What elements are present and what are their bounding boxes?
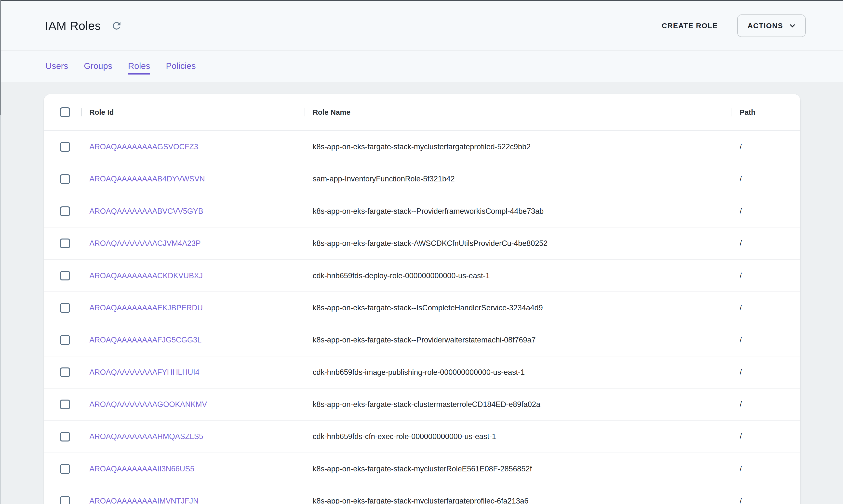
role-name-text: k8s-app-on-eks-fargate-stack--Providerwa… (313, 336, 536, 344)
role-path-text: / (740, 142, 742, 151)
role-id-link[interactable]: AROAQAAAAAAAACKDKVUBXJ (89, 271, 203, 280)
role-path-text: / (740, 432, 742, 441)
role-id-link[interactable]: AROAQAAAAAAAAFJG5CGG3L (89, 336, 202, 344)
role-id-link[interactable]: AROAQAAAAAAAAEKJBPERDU (89, 304, 203, 312)
table-row: AROAQAAAAAAAAII3N66US5 k8s-app-on-eks-fa… (44, 453, 800, 485)
role-name-text: cdk-hnb659fds-deploy-role-000000000000-u… (313, 271, 490, 280)
role-id-link[interactable]: AROAQAAAAAAAACJVM4A23P (89, 239, 201, 248)
row-checkbox[interactable] (60, 303, 70, 313)
role-id-link[interactable]: AROAQAAAAAAAAIMVNTJFJN (89, 497, 199, 504)
role-id-link[interactable]: AROAQAAAAAAAAGOOKANKMV (89, 400, 207, 409)
role-path-text: / (740, 400, 742, 409)
row-checkbox-cell (44, 195, 81, 227)
role-path-text: / (740, 368, 742, 377)
table-row: AROAQAAAAAAAAIMVNTJFJN k8s-app-on-eks-fa… (44, 485, 800, 504)
row-checkbox-cell (44, 324, 81, 356)
row-checkbox[interactable] (60, 271, 70, 281)
role-id-link[interactable]: AROAQAAAAAAAAFYHHLHUI4 (89, 368, 199, 377)
role-id-link[interactable]: AROAQAAAAAAAAGSVOCFZ3 (89, 142, 198, 151)
role-path-text: / (740, 336, 742, 344)
refresh-icon (111, 20, 122, 31)
role-path-text: / (740, 239, 742, 248)
actions-button[interactable]: ACTIONS (737, 15, 806, 37)
tab-groups[interactable]: Groups (84, 58, 113, 74)
role-name-text: sam-app-InventoryFunctionRole-5f321b42 (313, 175, 455, 183)
row-checkbox[interactable] (60, 142, 70, 152)
row-checkbox-cell (44, 356, 81, 388)
header-actions: CREATE ROLE ACTIONS (660, 15, 806, 37)
row-checkbox[interactable] (60, 238, 70, 248)
table-header-checkbox-cell (44, 94, 81, 130)
row-checkbox-cell (44, 260, 81, 291)
column-header-path[interactable]: Path (732, 94, 800, 130)
table-row: AROAQAAAAAAAABVCVV5GYB k8s-app-on-eks-fa… (44, 195, 800, 228)
table-row: AROAQAAAAAAAAFYHHLHUI4 cdk-hnb659fds-ima… (44, 356, 800, 389)
row-checkbox[interactable] (60, 432, 70, 442)
row-checkbox[interactable] (60, 464, 70, 474)
row-checkbox-cell (44, 163, 81, 195)
role-id-link[interactable]: AROAQAAAAAAAAB4DYVWSVN (89, 175, 205, 183)
tab-roles[interactable]: Roles (128, 58, 150, 74)
table-row: AROAQAAAAAAAACKDKVUBXJ cdk-hnb659fds-dep… (44, 260, 800, 292)
chevron-down-icon (787, 21, 797, 31)
page-header: IAM Roles CREATE ROLE ACTIONS (0, 0, 843, 51)
role-path-text: / (740, 304, 742, 312)
role-path-text: / (740, 175, 742, 183)
table-row: AROAQAAAAAAAAGOOKANKMV k8s-app-on-eks-fa… (44, 389, 800, 421)
row-checkbox[interactable] (60, 400, 70, 409)
row-checkbox[interactable] (60, 335, 70, 345)
page-title: IAM Roles (45, 19, 101, 33)
refresh-button[interactable] (110, 19, 124, 33)
role-name-text: cdk-hnb659fds-image-publishing-role-0000… (313, 368, 525, 377)
role-name-text: k8s-app-on-eks-fargate-stack-myclusterRo… (313, 465, 532, 473)
role-path-text: / (740, 465, 742, 473)
column-header-role-id[interactable]: Role Id (81, 94, 305, 130)
iam-tab-bar: UsersGroupsRolesPolicies (0, 51, 843, 83)
column-header-role-name[interactable]: Role Name (305, 94, 732, 130)
row-checkbox-cell (44, 292, 81, 324)
role-name-text: k8s-app-on-eks-fargate-stack-clustermast… (313, 400, 540, 409)
window-top-edge (0, 0, 843, 1)
title-wrap: IAM Roles (45, 19, 124, 33)
row-checkbox-cell (44, 389, 81, 420)
select-all-checkbox[interactable] (60, 107, 70, 117)
roles-table-card: Role Id Role Name Path AROAQAAAAAAAAGSVO… (44, 94, 800, 504)
role-id-link[interactable]: AROAQAAAAAAAAHMQASZLS5 (89, 432, 203, 441)
main-content: Role Id Role Name Path AROAQAAAAAAAAGSVO… (0, 83, 843, 504)
row-checkbox-cell (44, 485, 81, 504)
row-checkbox[interactable] (60, 496, 70, 504)
role-name-text: k8s-app-on-eks-fargate-stack--IsComplete… (313, 304, 543, 312)
row-checkbox-cell (44, 131, 81, 163)
role-name-text: k8s-app-on-eks-fargate-stack-myclusterfa… (313, 142, 531, 151)
row-checkbox[interactable] (60, 206, 70, 216)
tab-users[interactable]: Users (46, 58, 68, 74)
role-path-text: / (740, 207, 742, 216)
role-id-link[interactable]: AROAQAAAAAAAAII3N66US5 (89, 465, 194, 473)
create-role-button[interactable]: CREATE ROLE (660, 17, 720, 34)
row-checkbox-cell (44, 421, 81, 452)
role-name-text: k8s-app-on-eks-fargate-stack-myclusterfa… (313, 497, 529, 504)
table-body: AROAQAAAAAAAAGSVOCFZ3 k8s-app-on-eks-far… (44, 131, 800, 504)
actions-button-label: ACTIONS (747, 22, 783, 30)
role-path-text: / (740, 497, 742, 504)
row-checkbox[interactable] (60, 367, 70, 377)
row-checkbox[interactable] (60, 174, 70, 184)
iam-roles-page: { "colors": { "accent_tab": "#6e59d1", "… (0, 0, 843, 504)
table-row: AROAQAAAAAAAAGSVOCFZ3 k8s-app-on-eks-far… (44, 131, 800, 163)
role-path-text: / (740, 271, 742, 280)
table-row: AROAQAAAAAAAAB4DYVWSVN sam-app-Inventory… (44, 163, 800, 195)
role-name-text: cdk-hnb659fds-cfn-exec-role-000000000000… (313, 432, 496, 441)
role-id-link[interactable]: AROAQAAAAAAAABVCVV5GYB (89, 207, 203, 216)
role-name-text: k8s-app-on-eks-fargate-stack-AWSCDKCfnUt… (313, 239, 548, 248)
table-header-row: Role Id Role Name Path (44, 94, 800, 131)
tab-policies[interactable]: Policies (166, 58, 196, 74)
table-row: AROAQAAAAAAAAHMQASZLS5 cdk-hnb659fds-cfn… (44, 421, 800, 453)
table-row: AROAQAAAAAAAAFJG5CGG3L k8s-app-on-eks-fa… (44, 324, 800, 356)
window-left-edge-dark (0, 0, 1, 115)
role-name-text: k8s-app-on-eks-fargate-stack--Providerfr… (313, 207, 544, 216)
table-row: AROAQAAAAAAAACJVM4A23P k8s-app-on-eks-fa… (44, 228, 800, 259)
table-row: AROAQAAAAAAAAEKJBPERDU k8s-app-on-eks-fa… (44, 292, 800, 324)
row-checkbox-cell (44, 228, 81, 259)
row-checkbox-cell (44, 453, 81, 485)
